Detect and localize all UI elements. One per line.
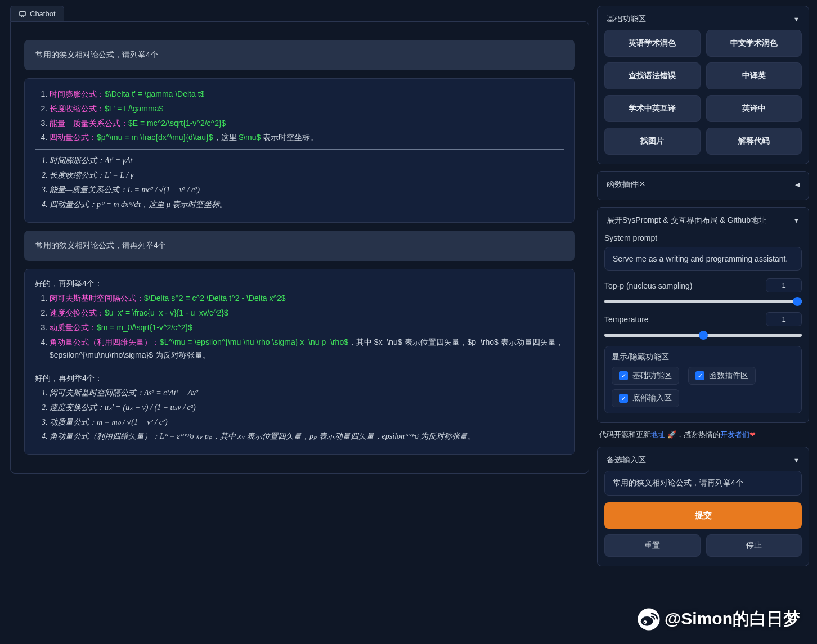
bot-intro: 好的，再列举4个： (35, 277, 564, 291)
formula-list-rendered: 时间膨胀公式：Δt′ = γΔt 长度收缩公式：L′ = L / γ 能量—质量… (35, 154, 564, 211)
panel-title: 备选输入区 (607, 455, 646, 465)
check-basic[interactable]: ✓基础功能区 (612, 367, 679, 385)
btn-zh-to-en[interactable]: 中译英 (706, 62, 802, 89)
formula-list-raw: 时间膨胀公式：$\Delta t' = \gamma \Delta t$ 长度收… (35, 88, 564, 145)
footnote: 代码开源和更新地址 🚀，感谢热情的开发者们❤ (597, 430, 809, 440)
repo-link[interactable]: 地址 (650, 430, 665, 439)
basic-button-grid: 英语学术润色 中文学术润色 查找语法错误 中译英 学术中英互译 英译中 找图片 … (604, 30, 802, 155)
stop-button[interactable]: 停止 (706, 534, 802, 557)
topp-value[interactable]: 1 (766, 278, 802, 292)
basic-panel: 基础功能区 ▼ 英语学术润色 中文学术润色 查找语法错误 中译英 学术中英互译 … (597, 6, 809, 164)
chat-area: 常用的狭义相对论公式，请列举4个 时间膨胀公式：$\Delta t' = \ga… (10, 21, 589, 474)
system-prompt-input[interactable]: Serve me as a writing and programming as… (604, 247, 802, 271)
main-column: Chatbot 常用的狭义相对论公式，请列举4个 时间膨胀公式：$\Delta … (0, 0, 595, 644)
check-icon: ✓ (619, 394, 628, 403)
bot-intro-rendered: 好的，再列举4个： (35, 372, 564, 385)
chevron-down-icon: ▼ (793, 457, 800, 463)
check-icon: ✓ (695, 371, 704, 380)
rocket-icon: 🚀 (667, 430, 676, 439)
chevron-down-icon: ▼ (793, 16, 800, 22)
temperature-label: Temperature (604, 315, 649, 324)
btn-academic-translate[interactable]: 学术中英互译 (604, 95, 701, 122)
basic-panel-header[interactable]: 基础功能区 ▼ (598, 11, 809, 30)
chevron-down-icon: ▼ (793, 217, 800, 224)
btn-en-to-zh[interactable]: 英译中 (706, 95, 802, 122)
topp-label: Top-p (nucleus sampling) (604, 281, 692, 290)
side-column: 基础功能区 ▼ 英语学术润色 中文学术润色 查找语法错误 中译英 学术中英互译 … (595, 0, 817, 644)
btn-english-polish[interactable]: 英语学术润色 (604, 30, 701, 57)
user-text: 常用的狭义相对论公式，请列举4个 (35, 50, 158, 59)
input-panel-header[interactable]: 备选输入区 ▼ (598, 452, 809, 471)
panel-title: 函数插件区 (607, 179, 646, 190)
check-plugins[interactable]: ✓函数插件区 (688, 367, 756, 385)
panel-title: 展开SysPrompt & 交互界面布局 & Github地址 (607, 215, 766, 226)
system-prompt-label: System prompt (604, 233, 802, 242)
sysprompt-panel: 展开SysPrompt & 交互界面布局 & Github地址 ▼ System… (597, 207, 809, 423)
formula-list-rendered: 闵可夫斯基时空间隔公式：Δs² = c²Δt² − Δx² 速度变换公式：uₓ′… (35, 386, 564, 443)
reset-button[interactable]: 重置 (604, 534, 701, 557)
visibility-group: 显示/隐藏功能区 ✓基础功能区 ✓函数插件区 ✓底部输入区 (604, 346, 802, 413)
user-message: 常用的狭义相对论公式，请列举4个 (24, 40, 575, 70)
user-message: 常用的狭义相对论公式，请再列举4个 (24, 231, 575, 261)
topp-slider[interactable] (604, 300, 802, 303)
visibility-label: 显示/隐藏功能区 (612, 352, 794, 362)
devs-link[interactable]: 开发者们 (720, 430, 749, 439)
panel-title: 基础功能区 (607, 14, 646, 24)
check-icon: ✓ (619, 371, 628, 380)
alt-input[interactable]: 常用的狭义相对论公式，请再列举4个 (604, 471, 802, 496)
input-panel: 备选输入区 ▼ 常用的狭义相对论公式，请再列举4个 提交 重置 停止 (597, 447, 809, 566)
submit-button[interactable]: 提交 (604, 502, 802, 529)
heart-icon: ❤ (749, 430, 756, 439)
user-text: 常用的狭义相对论公式，请再列举4个 (35, 241, 166, 250)
bot-message: 时间膨胀公式：$\Delta t' = \gamma \Delta t$ 长度收… (24, 78, 575, 223)
btn-grammar-check[interactable]: 查找语法错误 (604, 62, 701, 89)
sysprompt-panel-header[interactable]: 展开SysPrompt & 交互界面布局 & Github地址 ▼ (598, 212, 809, 231)
btn-find-image[interactable]: 找图片 (604, 128, 701, 155)
formula-list-raw: 闵可夫斯基时空间隔公式：$\Delta s^2 = c^2 \Delta t^2… (35, 292, 564, 362)
btn-chinese-polish[interactable]: 中文学术润色 (706, 30, 802, 57)
plugins-panel: 函数插件区 ◀ (597, 171, 809, 200)
chevron-left-icon: ◀ (795, 181, 800, 188)
plugins-panel-header[interactable]: 函数插件区 ◀ (598, 176, 809, 195)
check-bottom-input[interactable]: ✓底部输入区 (612, 389, 679, 407)
bot-message: 好的，再列举4个： 闵可夫斯基时空间隔公式：$\Delta s^2 = c^2 … (24, 269, 575, 455)
temperature-slider[interactable] (604, 334, 802, 337)
svg-rect-0 (20, 11, 26, 16)
temperature-value[interactable]: 1 (766, 312, 802, 326)
tab-label: Chatbot (30, 10, 56, 18)
chat-icon (19, 10, 26, 18)
chatbot-tab[interactable]: Chatbot (10, 6, 64, 21)
btn-explain-code[interactable]: 解释代码 (706, 128, 802, 155)
